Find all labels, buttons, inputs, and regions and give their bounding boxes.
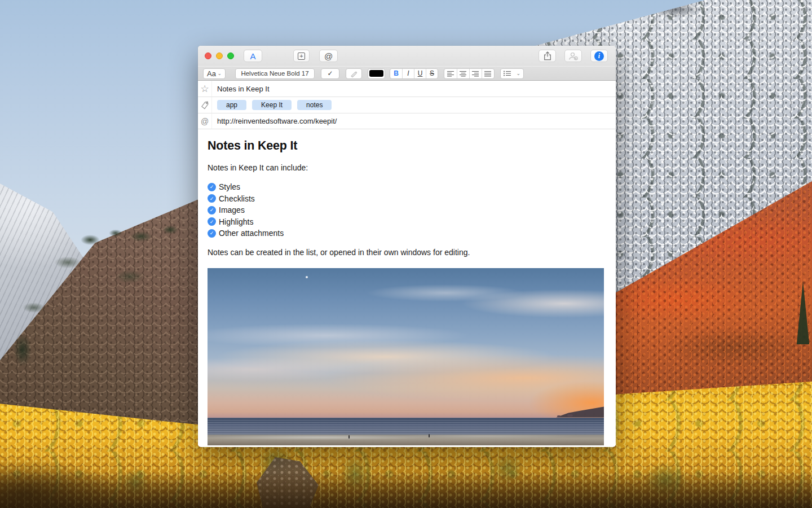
zoom-button[interactable] [227, 52, 234, 59]
italic-button[interactable]: I [402, 69, 414, 78]
checked-checkbox-icon[interactable]: ✓ [208, 206, 216, 214]
desktop: A + @ [0, 0, 812, 508]
text-style-group: B I U S [390, 68, 438, 79]
bold-button[interactable]: B [390, 69, 402, 78]
info-icon: i [594, 51, 604, 61]
add-box-icon: + [298, 52, 305, 60]
checklist-item-label: Images [219, 205, 245, 214]
checklist-item: ✓ Styles [208, 181, 606, 193]
color-swatch [369, 70, 383, 77]
highlight-button[interactable] [346, 68, 362, 79]
photo-beach [208, 435, 604, 445]
photo-moon [306, 276, 308, 278]
text-styles-label: Aa [207, 69, 216, 78]
tag-pill[interactable]: notes [297, 100, 332, 110]
checkmark-icon: ✓ [327, 69, 333, 77]
close-button[interactable] [205, 52, 211, 59]
traffic-lights [205, 52, 234, 59]
align-center-icon [460, 71, 467, 77]
add-person-icon [568, 52, 578, 60]
checklist-item-label: Styles [219, 182, 240, 191]
text-color-button[interactable] [368, 68, 385, 79]
tag-pill[interactable]: Keep It [252, 100, 292, 110]
strikethrough-button[interactable]: S [426, 69, 438, 78]
checked-checkbox-icon[interactable]: ✓ [208, 217, 216, 226]
share-button[interactable] [539, 50, 556, 62]
format-bar-toggle-button[interactable]: A [244, 50, 262, 62]
justify-button[interactable] [482, 69, 494, 78]
align-right-icon [472, 71, 479, 77]
url-row: @ http://reinventedsoftware.com/keepit/ [198, 113, 616, 129]
share-icon [544, 51, 551, 60]
add-attachment-button[interactable]: + [293, 50, 310, 62]
font-name-field[interactable]: Helvetica Neue Bold 17 [235, 68, 315, 79]
photo-sea [208, 418, 604, 435]
photo-islet [557, 415, 561, 417]
format-bar: Aa ⌄ Helvetica Neue Bold 17 ✓ [198, 66, 616, 80]
window-toolbar: A + @ [198, 46, 616, 81]
marker-pen-icon [350, 70, 358, 77]
attached-beach-sunset-photo[interactable] [208, 268, 604, 445]
checklist-item: ✓ Images [208, 204, 606, 216]
underline-button[interactable]: U [414, 69, 426, 78]
photo-person-silhouette [348, 435, 350, 439]
note-content[interactable]: Notes in Keep It Notes in Keep It can in… [198, 138, 616, 445]
insert-link-button[interactable]: @ [319, 50, 338, 62]
align-left-icon [447, 71, 454, 77]
checklist-item: ✓ Other attachments [208, 227, 606, 239]
list-style-dropdown[interactable]: ⌄ [500, 68, 524, 79]
wallpaper-shadow-bottom [0, 471, 812, 508]
checked-checkbox-icon[interactable]: ✓ [208, 194, 216, 203]
note-url-field[interactable]: http://reinventedsoftware.com/keepit/ [212, 117, 337, 125]
chevron-down-icon: ⌄ [516, 72, 520, 75]
checked-checkbox-icon[interactable]: ✓ [208, 229, 216, 238]
checklist-item-label: Checklists [219, 194, 255, 203]
checked-checkbox-icon[interactable]: ✓ [208, 183, 216, 191]
checklist-item-label: Other attachments [219, 229, 284, 238]
note-title-field[interactable]: Notes in Keep It [212, 85, 270, 93]
favorite-star-icon[interactable]: ☆ [198, 81, 212, 97]
bulleted-list-icon [504, 71, 511, 76]
photo-islet [567, 414, 573, 417]
note-heading: Notes in Keep It [208, 138, 606, 153]
justify-icon [484, 71, 492, 77]
tag-icon [198, 97, 212, 113]
checklist: ✓ Styles ✓ Checklists ✓ Images ✓ Highlig… [208, 181, 606, 239]
wallpaper-trees-left [0, 223, 198, 375]
tag-pill[interactable]: app [217, 100, 246, 110]
minimize-button[interactable] [216, 52, 223, 59]
checklist-item-label: Highlights [219, 217, 253, 226]
align-right-button[interactable] [469, 69, 482, 78]
checklist-button[interactable]: ✓ [321, 68, 339, 79]
chevron-down-icon: ⌄ [217, 72, 222, 75]
toolbar-main-row: A + @ [198, 46, 616, 66]
checklist-item: ✓ Highlights [208, 216, 606, 228]
alignment-group [444, 68, 495, 79]
checklist-item: ✓ Checklists [208, 193, 606, 205]
url-at-icon: @ [198, 113, 212, 129]
intro-paragraph: Notes in Keep It can include: [208, 163, 606, 173]
tags-field[interactable]: app Keep It notes [212, 100, 332, 110]
text-styles-dropdown[interactable]: Aa ⌄ [203, 68, 226, 79]
format-letter-icon: A [250, 51, 255, 61]
toolbar-right-group: i [539, 50, 608, 62]
note-editor-window: A + @ [198, 46, 616, 447]
align-center-button[interactable] [457, 69, 469, 78]
add-person-button[interactable] [564, 50, 582, 62]
tags-row: app Keep It notes [198, 97, 616, 113]
at-sign-icon: @ [324, 51, 333, 61]
info-button[interactable]: i [590, 50, 608, 62]
align-left-button[interactable] [444, 69, 457, 78]
body-paragraph: Notes can be created in the list, or ope… [208, 247, 606, 257]
title-row: ☆ Notes in Keep It [198, 81, 616, 97]
photo-person-silhouette [429, 434, 430, 437]
